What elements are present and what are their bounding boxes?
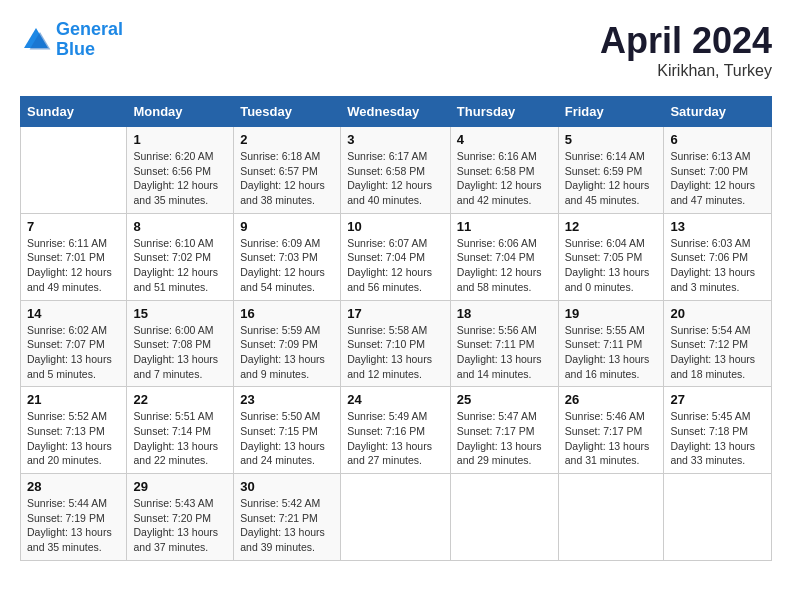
day-info: Sunrise: 5:58 AM Sunset: 7:10 PM Dayligh… [347, 323, 444, 382]
day-number: 21 [27, 392, 120, 407]
calendar-cell: 2Sunrise: 6:18 AM Sunset: 6:57 PM Daylig… [234, 127, 341, 214]
col-header-wednesday: Wednesday [341, 97, 451, 127]
day-info: Sunrise: 5:59 AM Sunset: 7:09 PM Dayligh… [240, 323, 334, 382]
calendar-cell: 24Sunrise: 5:49 AM Sunset: 7:16 PM Dayli… [341, 387, 451, 474]
calendar-cell [558, 474, 664, 561]
calendar-cell: 21Sunrise: 5:52 AM Sunset: 7:13 PM Dayli… [21, 387, 127, 474]
day-number: 23 [240, 392, 334, 407]
day-info: Sunrise: 5:45 AM Sunset: 7:18 PM Dayligh… [670, 409, 765, 468]
day-info: Sunrise: 6:06 AM Sunset: 7:04 PM Dayligh… [457, 236, 552, 295]
calendar-week-row: 28Sunrise: 5:44 AM Sunset: 7:19 PM Dayli… [21, 474, 772, 561]
day-info: Sunrise: 5:43 AM Sunset: 7:20 PM Dayligh… [133, 496, 227, 555]
day-info: Sunrise: 5:46 AM Sunset: 7:17 PM Dayligh… [565, 409, 658, 468]
day-number: 18 [457, 306, 552, 321]
day-info: Sunrise: 5:56 AM Sunset: 7:11 PM Dayligh… [457, 323, 552, 382]
page-header: General Blue April 2024 Kirikhan, Turkey [20, 20, 772, 80]
day-info: Sunrise: 6:10 AM Sunset: 7:02 PM Dayligh… [133, 236, 227, 295]
calendar-week-row: 21Sunrise: 5:52 AM Sunset: 7:13 PM Dayli… [21, 387, 772, 474]
day-number: 10 [347, 219, 444, 234]
day-number: 4 [457, 132, 552, 147]
calendar-cell: 11Sunrise: 6:06 AM Sunset: 7:04 PM Dayli… [450, 213, 558, 300]
day-number: 15 [133, 306, 227, 321]
title-block: April 2024 Kirikhan, Turkey [600, 20, 772, 80]
calendar-week-row: 1Sunrise: 6:20 AM Sunset: 6:56 PM Daylig… [21, 127, 772, 214]
calendar-cell: 19Sunrise: 5:55 AM Sunset: 7:11 PM Dayli… [558, 300, 664, 387]
calendar-cell: 13Sunrise: 6:03 AM Sunset: 7:06 PM Dayli… [664, 213, 772, 300]
day-number: 28 [27, 479, 120, 494]
day-info: Sunrise: 5:52 AM Sunset: 7:13 PM Dayligh… [27, 409, 120, 468]
day-info: Sunrise: 6:02 AM Sunset: 7:07 PM Dayligh… [27, 323, 120, 382]
col-header-friday: Friday [558, 97, 664, 127]
day-number: 8 [133, 219, 227, 234]
day-number: 19 [565, 306, 658, 321]
calendar-cell: 7Sunrise: 6:11 AM Sunset: 7:01 PM Daylig… [21, 213, 127, 300]
calendar-cell: 1Sunrise: 6:20 AM Sunset: 6:56 PM Daylig… [127, 127, 234, 214]
day-info: Sunrise: 6:16 AM Sunset: 6:58 PM Dayligh… [457, 149, 552, 208]
calendar-cell: 29Sunrise: 5:43 AM Sunset: 7:20 PM Dayli… [127, 474, 234, 561]
col-header-sunday: Sunday [21, 97, 127, 127]
calendar-header-row: SundayMondayTuesdayWednesdayThursdayFrid… [21, 97, 772, 127]
day-info: Sunrise: 5:42 AM Sunset: 7:21 PM Dayligh… [240, 496, 334, 555]
calendar-cell [664, 474, 772, 561]
day-number: 29 [133, 479, 227, 494]
logo-icon [20, 24, 52, 56]
day-info: Sunrise: 6:13 AM Sunset: 7:00 PM Dayligh… [670, 149, 765, 208]
day-info: Sunrise: 6:07 AM Sunset: 7:04 PM Dayligh… [347, 236, 444, 295]
calendar-table: SundayMondayTuesdayWednesdayThursdayFrid… [20, 96, 772, 561]
calendar-cell: 6Sunrise: 6:13 AM Sunset: 7:00 PM Daylig… [664, 127, 772, 214]
day-info: Sunrise: 6:03 AM Sunset: 7:06 PM Dayligh… [670, 236, 765, 295]
day-number: 14 [27, 306, 120, 321]
day-info: Sunrise: 6:09 AM Sunset: 7:03 PM Dayligh… [240, 236, 334, 295]
day-number: 27 [670, 392, 765, 407]
day-number: 9 [240, 219, 334, 234]
day-number: 22 [133, 392, 227, 407]
calendar-cell: 23Sunrise: 5:50 AM Sunset: 7:15 PM Dayli… [234, 387, 341, 474]
day-number: 6 [670, 132, 765, 147]
day-number: 17 [347, 306, 444, 321]
calendar-week-row: 14Sunrise: 6:02 AM Sunset: 7:07 PM Dayli… [21, 300, 772, 387]
calendar-cell: 20Sunrise: 5:54 AM Sunset: 7:12 PM Dayli… [664, 300, 772, 387]
col-header-thursday: Thursday [450, 97, 558, 127]
day-number: 25 [457, 392, 552, 407]
day-number: 11 [457, 219, 552, 234]
calendar-cell [341, 474, 451, 561]
calendar-cell: 8Sunrise: 6:10 AM Sunset: 7:02 PM Daylig… [127, 213, 234, 300]
calendar-cell: 15Sunrise: 6:00 AM Sunset: 7:08 PM Dayli… [127, 300, 234, 387]
day-number: 7 [27, 219, 120, 234]
day-number: 13 [670, 219, 765, 234]
calendar-cell: 22Sunrise: 5:51 AM Sunset: 7:14 PM Dayli… [127, 387, 234, 474]
calendar-cell [450, 474, 558, 561]
month-title: April 2024 [600, 20, 772, 62]
calendar-cell: 5Sunrise: 6:14 AM Sunset: 6:59 PM Daylig… [558, 127, 664, 214]
day-info: Sunrise: 5:55 AM Sunset: 7:11 PM Dayligh… [565, 323, 658, 382]
calendar-cell: 17Sunrise: 5:58 AM Sunset: 7:10 PM Dayli… [341, 300, 451, 387]
calendar-cell: 25Sunrise: 5:47 AM Sunset: 7:17 PM Dayli… [450, 387, 558, 474]
calendar-cell: 18Sunrise: 5:56 AM Sunset: 7:11 PM Dayli… [450, 300, 558, 387]
day-info: Sunrise: 5:49 AM Sunset: 7:16 PM Dayligh… [347, 409, 444, 468]
day-info: Sunrise: 5:44 AM Sunset: 7:19 PM Dayligh… [27, 496, 120, 555]
calendar-cell: 30Sunrise: 5:42 AM Sunset: 7:21 PM Dayli… [234, 474, 341, 561]
col-header-tuesday: Tuesday [234, 97, 341, 127]
col-header-monday: Monday [127, 97, 234, 127]
day-info: Sunrise: 5:50 AM Sunset: 7:15 PM Dayligh… [240, 409, 334, 468]
day-number: 1 [133, 132, 227, 147]
day-number: 20 [670, 306, 765, 321]
day-info: Sunrise: 6:14 AM Sunset: 6:59 PM Dayligh… [565, 149, 658, 208]
day-number: 2 [240, 132, 334, 147]
calendar-week-row: 7Sunrise: 6:11 AM Sunset: 7:01 PM Daylig… [21, 213, 772, 300]
calendar-cell: 3Sunrise: 6:17 AM Sunset: 6:58 PM Daylig… [341, 127, 451, 214]
day-info: Sunrise: 6:20 AM Sunset: 6:56 PM Dayligh… [133, 149, 227, 208]
day-number: 12 [565, 219, 658, 234]
calendar-cell: 14Sunrise: 6:02 AM Sunset: 7:07 PM Dayli… [21, 300, 127, 387]
day-number: 3 [347, 132, 444, 147]
day-number: 24 [347, 392, 444, 407]
day-info: Sunrise: 6:00 AM Sunset: 7:08 PM Dayligh… [133, 323, 227, 382]
day-number: 5 [565, 132, 658, 147]
logo-text: General Blue [56, 20, 123, 60]
col-header-saturday: Saturday [664, 97, 772, 127]
calendar-cell: 16Sunrise: 5:59 AM Sunset: 7:09 PM Dayli… [234, 300, 341, 387]
calendar-cell: 26Sunrise: 5:46 AM Sunset: 7:17 PM Dayli… [558, 387, 664, 474]
location-title: Kirikhan, Turkey [600, 62, 772, 80]
day-info: Sunrise: 5:47 AM Sunset: 7:17 PM Dayligh… [457, 409, 552, 468]
day-info: Sunrise: 6:18 AM Sunset: 6:57 PM Dayligh… [240, 149, 334, 208]
